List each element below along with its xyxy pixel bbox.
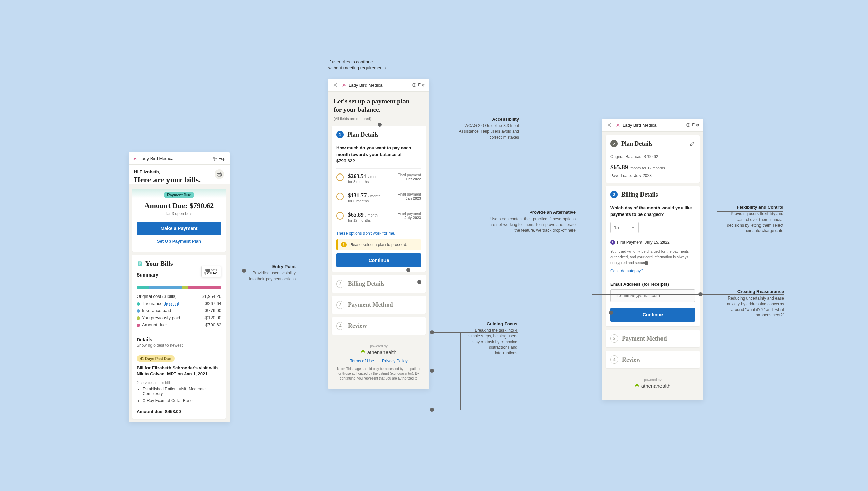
alert-text: Please select a plan to proceed. [349,242,407,247]
details-sub: Showing oldest to newest [137,343,221,348]
close-button[interactable] [332,82,338,88]
step-3-badge: 3 [610,334,618,343]
option-term: for 12 months [348,218,394,222]
app-header: Lady Bird Medical Esp [129,152,230,165]
email-input[interactable] [610,289,695,302]
past-due-pill: 41 Days Past Due [137,355,175,362]
warning-icon: ! [341,242,347,247]
line-value: $790.62 [205,322,221,327]
billing-details-card: 2 Billing Details Which day of the month… [606,186,700,326]
plan-option-12mo[interactable]: $65.89 / month for 12 months Final payme… [336,207,421,226]
step-payment-method[interactable]: 3 Payment Method [606,330,700,347]
edit-button[interactable] [690,141,695,146]
brand-name: Lady Bird Medical [623,123,657,128]
step-1-badge: 1 [336,131,344,138]
service-item: Established Patient Visit, Moderate Comp… [143,387,221,396]
anno-alternative: Provide an Alternative Users can contact… [488,210,576,233]
step-1-title: Plan Details [347,131,379,138]
athenahealth-text: athenahealth [641,383,671,389]
bills-icon [137,261,143,267]
line-amount-due: Amount due: $790.62 [137,322,221,327]
continue-button[interactable]: Continue [610,308,695,322]
anno-line [421,282,451,282]
athenahealth-text: athenahealth [367,349,397,355]
line-label: Original cost (3 bills) [137,294,177,299]
anno-flexibility: Flexibility and Control Providing users … [719,205,783,234]
caption-error-state: If user tries to continue without meetin… [328,59,386,71]
cant-autopay-link[interactable]: Can't do autopay? [610,269,695,273]
print-button[interactable] [215,169,224,179]
language-label: Esp [418,83,425,87]
plan-option-6mo[interactable]: $131.77 / month for 6 months Final payme… [336,188,421,207]
monthly-suffix: /month for 12 months [630,166,665,170]
phone-bills-overview: Lady Bird Medical Esp Hi Elizabeth, Here… [129,152,230,422]
payment-due-card: Payment Due Amount Due: $790.62 for 3 op… [132,189,226,252]
anno-body: Users can contact their practice if thes… [488,216,576,233]
language-switcher[interactable]: Esp [412,83,425,87]
setup-payment-plan-button[interactable]: Set Up Payment Plan [137,235,221,247]
close-button[interactable] [606,122,612,128]
globe-icon [212,156,217,161]
anno-line [592,294,700,295]
plan-summary-card: Plan Details Original Balance: $790.62 $… [606,135,700,183]
option-per: / month [368,175,381,179]
anno-accessibility: Accessibility WCAG 2.0 Guideline 3.3 Inp… [455,117,519,140]
line-insurance-discount: Insurance discount -$267.64 [137,301,221,306]
footer-note: Note: This page should only be accessed … [334,367,424,381]
required-note: (All fields are required) [334,117,424,121]
plan-option-3mo[interactable]: $263.54 / month for 3 months Final payme… [336,168,421,188]
close-icon [333,82,338,88]
amount-due-row: Amount Due: $790.62 [137,201,221,210]
brand: Lady Bird Medical [616,123,657,128]
dot-icon [137,316,140,320]
services-count: 2 services in this bill [137,381,221,385]
line-value: -$776.00 [204,308,221,313]
option-amount: $131.77 [348,192,367,199]
option-final-label: Final payment [398,211,421,216]
greeting-block: Hi Elizabeth, Here are your bills. [129,165,230,184]
anno-line [434,332,518,333]
brand: Lady Bird Medical [133,156,174,161]
step-review[interactable]: 4 Review [332,317,426,335]
first-payment-value: July 15, 2022 [645,240,670,245]
payment-due-badge: Payment Due [164,192,194,198]
monthly-amount: $65.89 [610,164,628,171]
option-final-label: Final payment [398,192,421,196]
terms-link[interactable]: Terms of Use [350,359,374,363]
anno-dot [406,268,410,272]
plan-question: How much do you want to pay each month t… [336,145,421,164]
line-insurance-paid: Insurance paid -$776.00 [137,308,221,313]
your-bills-card: Your Bills Summary You owe: $790.62 Orig… [132,255,226,419]
printer-icon [217,171,222,177]
line-label: You previously paid [142,315,180,320]
anno-entry-point: Entry Point Providing users visibility i… [245,264,296,282]
options-dont-work-link[interactable]: These options don't work for me. [336,231,421,236]
line-value: -$267.64 [204,301,221,306]
step-1-header: 1 Plan Details [336,131,421,138]
step-billing-details[interactable]: 2 Billing Details [332,275,426,293]
payoff-label: Payoff date: [610,173,632,178]
step-review[interactable]: 4 Review [606,351,700,368]
anno-line [451,125,451,282]
step-3-badge: 3 [336,301,344,309]
make-payment-button[interactable]: Make a Payment [137,222,221,235]
discount-link[interactable]: discount [164,301,179,306]
email-label: Email Address (for receipts) [610,282,695,287]
globe-icon [412,83,417,87]
brand-name: Lady Bird Medical [349,83,383,88]
language-switcher[interactable]: Esp [686,123,699,127]
step-4-badge: 4 [336,322,344,330]
charge-day-select[interactable]: 15 [610,222,639,233]
continue-button[interactable]: Continue [336,253,421,267]
privacy-link[interactable]: Privacy Policy [382,359,408,363]
anno-dot [430,330,434,334]
anno-line [783,211,783,263]
step-payment-method[interactable]: 3 Payment Method [332,296,426,314]
anno-title: Guiding Focus [468,321,517,326]
language-switcher[interactable]: Esp [212,156,225,161]
step-2-title: Billing Details [621,191,658,198]
radio-icon [336,212,344,220]
anno-line [648,263,783,263]
anno-title: Provide an Alternative [488,210,576,215]
payoff-value: July 2023 [634,173,652,178]
